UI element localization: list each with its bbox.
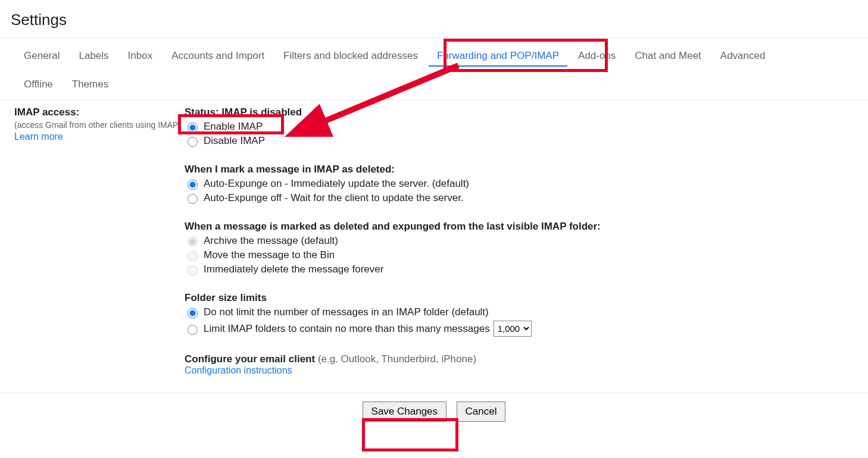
tab-addons[interactable]: Add-ons xyxy=(570,46,624,67)
page-title: Settings xyxy=(0,0,868,38)
move-bin-row[interactable]: Move the message to the Bin xyxy=(185,249,868,261)
imap-access-title: IMAP access: xyxy=(14,106,185,118)
tab-filters-blocked[interactable]: Filters and blocked addresses xyxy=(275,46,426,67)
footer-actions: Save Changes Cancel xyxy=(0,393,868,430)
content-area: IMAP access: (access Gmail from other cl… xyxy=(0,103,868,393)
tab-themes[interactable]: Themes xyxy=(64,75,117,94)
imap-access-sidebar: IMAP access: (access Gmail from other cl… xyxy=(14,106,185,393)
limit-radio[interactable] xyxy=(188,325,198,335)
expunged-heading: When a message is marked as deleted and … xyxy=(185,221,868,233)
settings-tabs: General Labels Inbox Accounts and Import… xyxy=(0,38,868,101)
cancel-button[interactable]: Cancel xyxy=(457,401,506,422)
expunge-off-label: Auto-Expunge off - Wait for the client t… xyxy=(204,192,464,204)
tab-general[interactable]: General xyxy=(15,46,68,67)
disable-imap-radio[interactable] xyxy=(188,137,198,147)
learn-more-link[interactable]: Learn more xyxy=(14,131,63,142)
tab-forwarding-pop-imap[interactable]: Forwarding and POP/IMAP xyxy=(429,46,567,67)
expunge-off-row[interactable]: Auto-Expunge off - Wait for the client t… xyxy=(185,192,868,204)
settings-body: Status: IMAP is disabled Enable IMAP Dis… xyxy=(185,106,868,393)
delete-forever-radio[interactable] xyxy=(188,265,198,275)
imap-access-subtext: (access Gmail from other clients using I… xyxy=(14,118,185,131)
expunge-on-radio[interactable] xyxy=(188,180,198,190)
disable-imap-row[interactable]: Disable IMAP xyxy=(185,135,868,147)
configuration-instructions-link[interactable]: Configuration instructions xyxy=(185,365,292,375)
enable-imap-row[interactable]: Enable IMAP xyxy=(185,121,868,133)
tab-inbox[interactable]: Inbox xyxy=(120,46,161,67)
delete-forever-label: Immediately delete the message forever xyxy=(204,263,383,275)
limit-label: Limit IMAP folders to contain no more th… xyxy=(204,323,490,335)
no-limit-row[interactable]: Do not limit the number of messages in a… xyxy=(185,306,868,318)
enable-imap-radio[interactable] xyxy=(188,123,198,133)
delete-forever-row[interactable]: Immediately delete the message forever xyxy=(185,263,868,275)
tab-labels[interactable]: Labels xyxy=(70,46,117,67)
archive-row[interactable]: Archive the message (default) xyxy=(185,235,868,247)
disable-imap-label: Disable IMAP xyxy=(204,135,265,147)
limit-count-select[interactable]: 1,000 xyxy=(494,321,532,337)
save-changes-button[interactable]: Save Changes xyxy=(363,401,447,422)
enable-imap-label: Enable IMAP xyxy=(204,121,263,133)
archive-label: Archive the message (default) xyxy=(204,235,338,247)
expunge-on-row[interactable]: Auto-Expunge on - Immediately update the… xyxy=(185,178,868,190)
no-limit-label: Do not limit the number of messages in a… xyxy=(204,306,489,318)
configure-muted: (e.g. Outlook, Thunderbird, iPhone) xyxy=(315,353,476,365)
configure-bold: Configure your email client xyxy=(185,353,315,365)
no-limit-radio[interactable] xyxy=(188,308,198,318)
archive-radio[interactable] xyxy=(188,237,198,247)
folder-heading: Folder size limits xyxy=(185,292,868,304)
move-bin-radio[interactable] xyxy=(188,251,198,261)
limit-row[interactable]: Limit IMAP folders to contain no more th… xyxy=(185,321,868,337)
tab-advanced[interactable]: Advanced xyxy=(712,46,774,67)
expunge-off-radio[interactable] xyxy=(188,194,198,204)
move-bin-label: Move the message to the Bin xyxy=(204,249,335,261)
tab-accounts-import[interactable]: Accounts and Import xyxy=(163,46,273,67)
tab-offline[interactable]: Offline xyxy=(15,75,61,94)
tab-chat-meet[interactable]: Chat and Meet xyxy=(626,46,710,67)
deleted-heading: When I mark a message in IMAP as deleted… xyxy=(185,164,868,175)
status-heading: Status: IMAP is disabled xyxy=(185,106,868,118)
configure-line: Configure your email client (e.g. Outloo… xyxy=(185,353,868,365)
expunge-on-label: Auto-Expunge on - Immediately update the… xyxy=(204,178,469,190)
